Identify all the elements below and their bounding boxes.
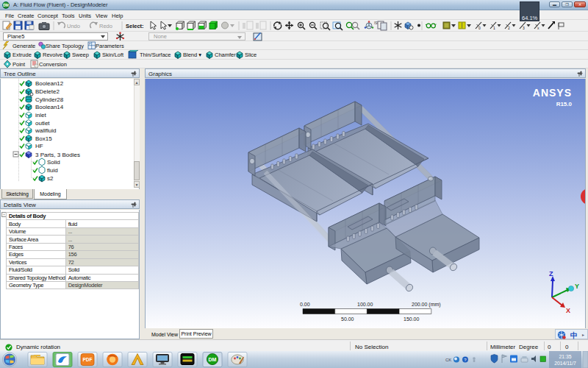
svg-text:Z: Z bbox=[549, 270, 553, 277]
svg-text:P: P bbox=[89, 42, 91, 46]
svg-text:3: 3 bbox=[523, 26, 525, 30]
svg-text:Undo: Undo bbox=[67, 23, 80, 29]
svg-text:1: 1 bbox=[493, 26, 495, 30]
svg-text:PDF: PDF bbox=[83, 357, 93, 362]
svg-text:21:35: 21:35 bbox=[559, 354, 571, 359]
svg-text:150.00: 150.00 bbox=[404, 316, 420, 322]
svg-text:2: 2 bbox=[508, 26, 510, 30]
svg-text:2014/11/7: 2014/11/7 bbox=[554, 361, 576, 366]
svg-text:X: X bbox=[566, 307, 570, 314]
svg-text:x: x bbox=[537, 26, 539, 30]
svg-text:DM: DM bbox=[209, 357, 217, 362]
svg-text:50.00: 50.00 bbox=[341, 316, 354, 322]
svg-text:Y: Y bbox=[575, 283, 579, 290]
svg-text:200.00 (mm): 200.00 (mm) bbox=[412, 302, 441, 308]
svg-text:100.00: 100.00 bbox=[357, 302, 373, 307]
svg-text:CK: CK bbox=[445, 358, 451, 362]
svg-text:Redo: Redo bbox=[99, 23, 112, 29]
svg-text:0.00: 0.00 bbox=[300, 302, 310, 307]
svg-text:Select:: Select: bbox=[126, 23, 144, 29]
svg-text:0: 0 bbox=[478, 26, 481, 30]
